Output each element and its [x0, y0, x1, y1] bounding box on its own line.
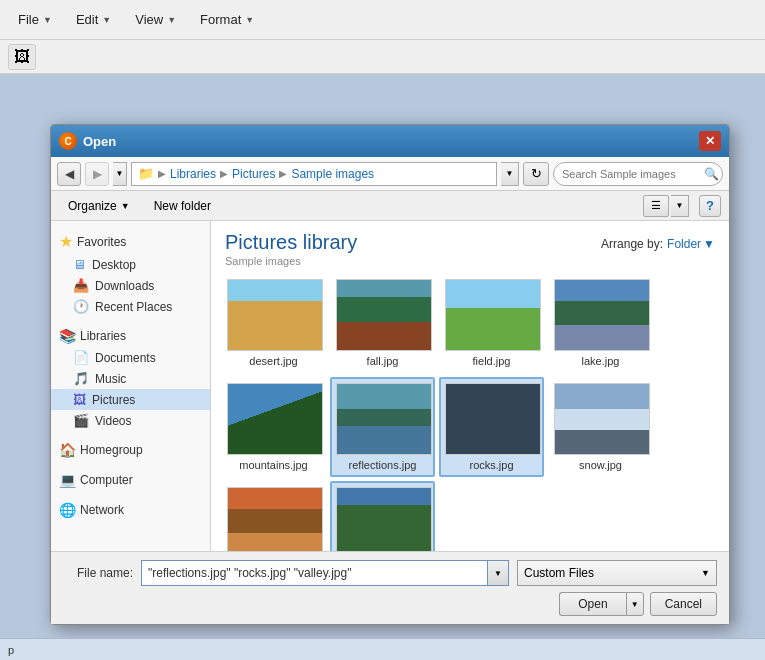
computer-section[interactable]: 💻 Computer	[51, 469, 210, 491]
desktop-label: Desktop	[92, 258, 136, 272]
image-item[interactable]: mountains.jpg	[221, 377, 326, 477]
file-type-label: Custom Files	[524, 566, 594, 580]
open-dialog: C Open ✕ ◀ ▶ ▼ 📁 ▶ Libraries ▶ Pictures …	[50, 124, 730, 625]
pictures-icon: 🖼	[73, 392, 86, 407]
menu-view[interactable]: View ▼	[125, 8, 186, 31]
image-item[interactable]: desert.jpg	[221, 273, 326, 373]
desktop-icon: 🖥	[73, 257, 86, 272]
nav-item-recent-places[interactable]: 🕐 Recent Places	[51, 296, 210, 317]
favorites-icon: ★	[59, 232, 73, 251]
search-input[interactable]	[562, 168, 700, 180]
path-sample-images[interactable]: Sample images	[291, 167, 374, 181]
videos-icon: 🎬	[73, 413, 89, 428]
menu-format[interactable]: Format ▼	[190, 8, 264, 31]
image-name: desert.jpg	[227, 355, 320, 367]
content-subtitle: Sample images	[225, 255, 357, 267]
action-buttons-row: Open ▼ Cancel	[63, 592, 717, 616]
homegroup-label: Homegroup	[80, 443, 143, 457]
filename-dropdown-button[interactable]: ▼	[487, 560, 509, 586]
image-thumb	[445, 279, 541, 351]
file-name-label: File name:	[63, 566, 133, 580]
arrange-by-label: Arrange by:	[601, 237, 663, 251]
image-item[interactable]: field.jpg	[439, 273, 544, 373]
menu-view-arrow: ▼	[167, 15, 176, 25]
address-dropdown-button[interactable]: ▼	[501, 162, 519, 186]
computer-icon: 💻	[59, 472, 76, 488]
app-toolbar: 🖼	[0, 40, 765, 74]
arrange-by-button[interactable]: Folder ▼	[667, 237, 715, 251]
nav-panel: ★ Favorites 🖥 Desktop 📥 Downloads 🕐 Rece…	[51, 221, 211, 551]
organize-button[interactable]: Organize ▼	[59, 196, 139, 216]
image-item[interactable]: sunrise.jpg	[221, 481, 326, 551]
file-type-arrow: ▼	[701, 568, 710, 578]
nav-dropdown-button[interactable]: ▼	[113, 162, 127, 186]
dialog-titlebar: C Open ✕	[51, 125, 729, 157]
image-thumb	[336, 487, 432, 551]
image-name: mountains.jpg	[227, 459, 320, 471]
dialog-close-button[interactable]: ✕	[699, 131, 721, 151]
videos-label: Videos	[95, 414, 131, 428]
libraries-section[interactable]: 📚 Libraries	[51, 325, 210, 347]
new-folder-button[interactable]: New folder	[145, 196, 220, 216]
menu-file[interactable]: File ▼	[8, 8, 62, 31]
nav-item-music[interactable]: 🎵 Music	[51, 368, 210, 389]
file-name-row: File name: ▼ Custom Files ▼	[63, 560, 717, 586]
open-dropdown-button[interactable]: ▼	[626, 592, 644, 616]
menu-edit[interactable]: Edit ▼	[66, 8, 121, 31]
image-thumb	[336, 279, 432, 351]
path-pictures[interactable]: Pictures	[232, 167, 275, 181]
image-name: field.jpg	[445, 355, 538, 367]
forward-button[interactable]: ▶	[85, 162, 109, 186]
search-icon: 🔍	[704, 167, 719, 181]
content-panel: Pictures library Sample images Arrange b…	[211, 221, 729, 551]
new-folder-label: New folder	[154, 199, 211, 213]
dialog-title-icon: C	[59, 132, 77, 150]
nav-item-desktop[interactable]: 🖥 Desktop	[51, 254, 210, 275]
network-icon: 🌐	[59, 502, 76, 518]
file-name-input[interactable]	[141, 560, 487, 586]
dialog-title-text: Open	[83, 134, 693, 149]
image-thumb	[445, 383, 541, 455]
favorites-label: Favorites	[77, 235, 126, 249]
view-dropdown-button[interactable]: ▼	[671, 195, 689, 217]
open-button[interactable]: Open	[559, 592, 625, 616]
menu-edit-label: Edit	[76, 12, 98, 27]
file-type-dropdown[interactable]: Custom Files ▼	[517, 560, 717, 586]
status-bar: p	[0, 638, 765, 660]
image-item[interactable]: reflections.jpg	[330, 377, 435, 477]
page-background: C Open ✕ ◀ ▶ ▼ 📁 ▶ Libraries ▶ Pictures …	[0, 74, 765, 660]
view-button[interactable]: ☰	[643, 195, 669, 217]
image-name: snow.jpg	[554, 459, 647, 471]
nav-item-downloads[interactable]: 📥 Downloads	[51, 275, 210, 296]
nav-separator-3	[51, 461, 210, 469]
open-btn-group: Open ▼	[559, 592, 643, 616]
refresh-button[interactable]: ↻	[523, 162, 549, 186]
image-item[interactable]: lake.jpg	[548, 273, 653, 373]
nav-item-documents[interactable]: 📄 Documents	[51, 347, 210, 368]
path-libraries[interactable]: Libraries	[170, 167, 216, 181]
nav-item-videos[interactable]: 🎬 Videos	[51, 410, 210, 431]
image-item[interactable]: valley.jpg	[330, 481, 435, 551]
nav-separator-1	[51, 317, 210, 325]
image-thumb	[554, 383, 650, 455]
help-button[interactable]: ?	[699, 195, 721, 217]
image-name: reflections.jpg	[336, 459, 429, 471]
image-thumb	[336, 383, 432, 455]
organize-arrow: ▼	[121, 201, 130, 211]
menu-edit-arrow: ▼	[102, 15, 111, 25]
image-item[interactable]: snow.jpg	[548, 377, 653, 477]
search-box: 🔍	[553, 162, 723, 186]
network-section[interactable]: 🌐 Network	[51, 499, 210, 521]
downloads-icon: 📥	[73, 278, 89, 293]
homegroup-icon: 🏠	[59, 442, 76, 458]
back-button[interactable]: ◀	[57, 162, 81, 186]
menu-format-label: Format	[200, 12, 241, 27]
toolbar-icon-button[interactable]: 🖼	[8, 44, 36, 70]
image-item[interactable]: rocks.jpg	[439, 377, 544, 477]
favorites-section[interactable]: ★ Favorites	[51, 229, 210, 254]
homegroup-section[interactable]: 🏠 Homegroup	[51, 439, 210, 461]
nav-item-pictures[interactable]: 🖼 Pictures	[51, 389, 210, 410]
image-item[interactable]: fall.jpg	[330, 273, 435, 373]
cancel-button[interactable]: Cancel	[650, 592, 717, 616]
image-thumb	[554, 279, 650, 351]
